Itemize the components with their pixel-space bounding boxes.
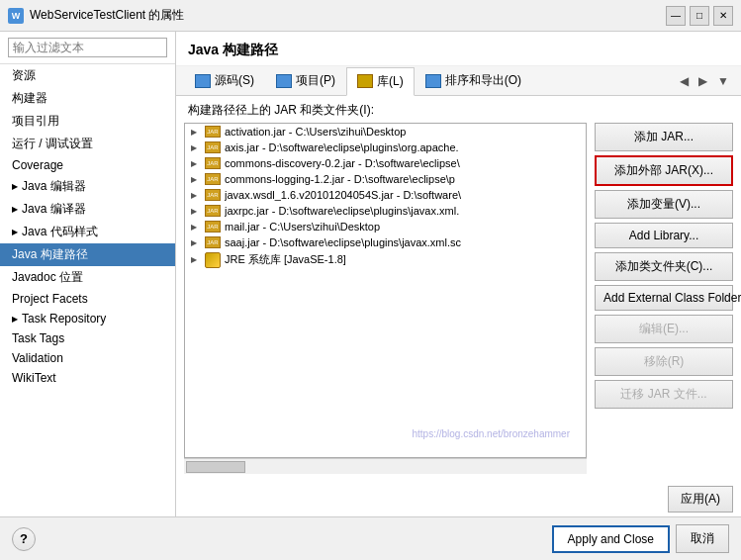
sidebar-item-java-code-style[interactable]: Java 代码样式 — [0, 221, 175, 243]
file-item-javax-wsdl[interactable]: ▶JARjavax.wsdl_1.6.v20101204054S.jar - D… — [185, 187, 586, 203]
add-library-button[interactable]: Add Library... — [595, 223, 733, 248]
sidebar-item-wikitext[interactable]: WikiText — [0, 368, 175, 388]
main-pane: ▶JARactivation.jar - C:\Users\zihui\Desk… — [176, 123, 741, 482]
file-item-activation[interactable]: ▶JARactivation.jar - C:\Users\zihui\Desk… — [185, 124, 586, 140]
expand-arrow-commons-discovery[interactable]: ▶ — [191, 159, 201, 168]
sidebar-item-coverage[interactable]: Coverage — [0, 155, 175, 175]
bottom-bar: ? Apply and Close 取消 — [0, 516, 741, 560]
tab-projects[interactable]: 项目(P) — [265, 66, 346, 95]
tab-label-order: 排序和导出(O) — [445, 72, 521, 89]
file-item-commons-logging[interactable]: ▶JARcommons-logging-1.2.jar - D:\softwar… — [185, 171, 586, 187]
tab-icon-libraries — [357, 74, 373, 88]
sidebar-item-resources[interactable]: 资源 — [0, 64, 175, 87]
file-name-activation: activation.jar - C:\Users\zihui\Desktop — [225, 126, 580, 138]
expand-arrow-commons-logging[interactable]: ▶ — [191, 175, 201, 184]
file-name-mail: mail.jar - C:\Users\zihui\Desktop — [225, 221, 580, 233]
file-name-jre: JRE 系统库 [JavaSE-1.8] — [225, 252, 580, 267]
tab-libraries[interactable]: 库(L) — [346, 67, 415, 96]
file-item-saaj[interactable]: ▶JARsaaj.jar - D:\software\eclipse\plugi… — [185, 234, 586, 250]
file-name-axis: axis.jar - D:\software\eclipse\plugins\o… — [225, 141, 580, 153]
nav-arrows: ◀ ▶ ▼ — [676, 72, 733, 90]
sidebar-item-project-refs[interactable]: 项目引用 — [0, 110, 175, 133]
migrate-button[interactable]: 迁移 JAR 文件... — [595, 380, 733, 409]
content-area: Java 构建路径 源码(S)项目(P)库(L)排序和导出(O) ◀ ▶ ▼ 构… — [176, 32, 741, 516]
sidebar-item-builders[interactable]: 构建器 — [0, 87, 175, 110]
expand-arrow-saaj[interactable]: ▶ — [191, 238, 201, 247]
watermark: https://blog.csdn.net/bronzehammer — [412, 428, 570, 439]
file-icon-commons-logging: JAR — [205, 173, 221, 185]
cancel-button[interactable]: 取消 — [676, 524, 729, 553]
back-nav-button[interactable]: ◀ — [676, 72, 693, 90]
file-item-axis[interactable]: ▶JARaxis.jar - D:\software\eclipse\plugi… — [185, 140, 586, 155]
forward-nav-button[interactable]: ▶ — [695, 72, 711, 90]
add-class-folder-button[interactable]: 添加类文件夹(C)... — [595, 252, 733, 281]
expand-arrow-activation[interactable]: ▶ — [191, 128, 201, 137]
tab-label-projects: 项目(P) — [296, 72, 335, 89]
horizontal-scrollbar[interactable] — [184, 458, 587, 474]
sidebar-item-task-repository[interactable]: Task Repository — [0, 309, 175, 328]
scrollbar-thumb[interactable] — [186, 461, 245, 473]
sidebar-item-project-facets[interactable]: Project Facets — [0, 289, 175, 309]
dialog-body: 资源构建器项目引用运行 / 调试设置CoverageJava 编辑器Java 编… — [0, 32, 741, 516]
file-name-commons-logging: commons-logging-1.2.jar - D:\software\ec… — [225, 173, 580, 185]
edit-button[interactable]: 编辑(E)... — [595, 315, 733, 343]
maximize-button[interactable]: □ — [690, 6, 709, 26]
file-item-commons-discovery[interactable]: ▶JARcommons-discovery-0.2.jar - D:\softw… — [185, 155, 586, 171]
tab-label-libraries: 库(L) — [377, 73, 404, 90]
tab-label-source: 源码(S) — [215, 72, 254, 89]
expand-arrow-javax-wsdl[interactable]: ▶ — [191, 191, 201, 200]
add-external-jar-button[interactable]: 添加外部 JAR(X)... — [595, 155, 733, 186]
file-list-container: ▶JARactivation.jar - C:\Users\zihui\Desk… — [184, 123, 587, 458]
expand-arrow-axis[interactable]: ▶ — [191, 143, 201, 152]
tab-icon-projects — [276, 74, 292, 88]
sidebar-item-task-tags[interactable]: Task Tags — [0, 328, 175, 348]
sidebar-filter-input[interactable] — [8, 38, 167, 57]
remove-button[interactable]: 移除(R) — [595, 347, 733, 376]
tab-source[interactable]: 源码(S) — [184, 66, 265, 95]
expand-arrow-jre[interactable]: ▶ — [191, 255, 201, 264]
sidebar-item-run-debug[interactable]: 运行 / 调试设置 — [0, 133, 175, 155]
tab-icon-order — [425, 74, 441, 88]
file-icon-saaj: JAR — [205, 236, 221, 248]
file-icon-javax-wsdl: JAR — [205, 189, 221, 201]
tab-icon-source — [195, 74, 211, 88]
apply-row: 应用(A) — [176, 482, 741, 516]
apply-button[interactable]: 应用(A) — [668, 486, 733, 513]
file-icon-jre — [205, 254, 221, 266]
dropdown-nav-button[interactable]: ▼ — [713, 72, 733, 90]
file-icon-activation: JAR — [205, 126, 221, 138]
file-icon-jaxrpc: JAR — [205, 205, 221, 217]
sidebar-filter-area — [0, 32, 175, 64]
sidebar: 资源构建器项目引用运行 / 调试设置CoverageJava 编辑器Java 编… — [0, 32, 176, 516]
add-jar-button[interactable]: 添加 JAR... — [595, 123, 733, 151]
file-item-jre[interactable]: ▶JRE 系统库 [JavaSE-1.8] — [185, 250, 586, 269]
bottom-left: ? — [12, 527, 36, 551]
file-icon-mail: JAR — [205, 221, 221, 233]
file-icon-axis: JAR — [205, 141, 221, 153]
file-name-javax-wsdl: javax.wsdl_1.6.v20101204054S.jar - D:\so… — [225, 189, 580, 201]
file-list: ▶JARactivation.jar - C:\Users\zihui\Desk… — [185, 124, 586, 269]
minimize-button[interactable]: — — [666, 6, 686, 26]
sidebar-item-java-build-path[interactable]: Java 构建路径 — [0, 243, 175, 266]
sidebar-item-java-editor[interactable]: Java 编辑器 — [0, 175, 175, 198]
tab-order[interactable]: 排序和导出(O) — [415, 66, 532, 95]
sidebar-item-validation[interactable]: Validation — [0, 348, 175, 368]
add-variable-button[interactable]: 添加变量(V)... — [595, 190, 733, 219]
apply-close-button[interactable]: Apply and Close — [552, 525, 670, 553]
expand-arrow-mail[interactable]: ▶ — [191, 223, 201, 232]
add-external-class-folder-button[interactable]: Add External Class Folder... — [595, 285, 733, 311]
title-bar: W WebServiceTestClient 的属性 — □ ✕ — [0, 0, 741, 32]
sidebar-item-javadoc-location[interactable]: Javadoc 位置 — [0, 266, 175, 289]
content-list-label: 构建路径径上的 JAR 和类文件夹(I): — [176, 96, 741, 123]
sidebar-item-java-compiler[interactable]: Java 编译器 — [0, 198, 175, 221]
title-bar-text: WebServiceTestClient 的属性 — [30, 7, 666, 24]
title-bar-controls: — □ ✕ — [666, 6, 733, 26]
close-button[interactable]: ✕ — [713, 6, 733, 26]
file-item-jaxrpc[interactable]: ▶JARjaxrpc.jar - D:\software\eclipse\plu… — [185, 203, 586, 219]
file-name-saaj: saaj.jar - D:\software\eclipse\plugins\j… — [225, 236, 580, 248]
file-item-mail[interactable]: ▶JARmail.jar - C:\Users\zihui\Desktop — [185, 219, 586, 234]
file-name-jaxrpc: jaxrpc.jar - D:\software\eclipse\plugins… — [225, 205, 580, 217]
help-button[interactable]: ? — [12, 527, 36, 551]
tab-bar: 源码(S)项目(P)库(L)排序和导出(O) ◀ ▶ ▼ — [176, 66, 741, 96]
expand-arrow-jaxrpc[interactable]: ▶ — [191, 207, 201, 216]
